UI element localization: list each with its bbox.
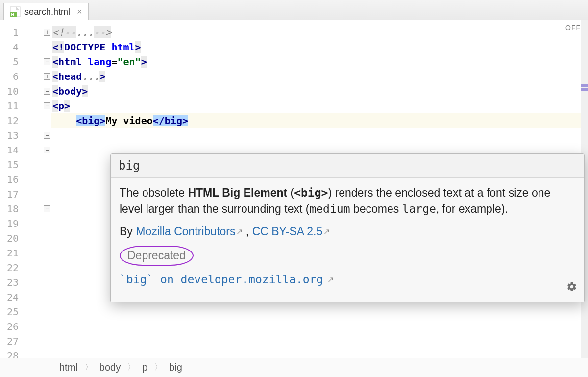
line-number: 21 xyxy=(0,246,24,260)
line-number: 26 xyxy=(0,319,24,334)
line-number: 17 xyxy=(0,187,24,201)
fold-toggle-icon[interactable]: − xyxy=(44,102,50,109)
external-link-icon: ↗ xyxy=(327,276,334,284)
line-number: 28 xyxy=(0,349,24,358)
fold-toggle-icon[interactable]: − xyxy=(44,58,50,65)
code-line: <!DOCTYPE html> xyxy=(51,40,588,54)
mdn-link[interactable]: `big` on developer.mozilla.org xyxy=(120,273,323,286)
scrollbar-marker[interactable] xyxy=(581,84,588,87)
fold-toggle-icon[interactable]: − xyxy=(44,147,50,153)
code-line: <body> xyxy=(51,84,588,99)
scrollbar-marker[interactable] xyxy=(581,88,588,91)
line-number: 4 xyxy=(0,40,24,54)
doc-description: The obsolete HTML Big Element (<big>) re… xyxy=(120,185,575,218)
line-number: 24 xyxy=(0,290,24,304)
code-line: <p> xyxy=(51,99,588,113)
code-line: <html lang="en"> xyxy=(51,54,588,69)
tab-bar: H search.html × xyxy=(0,0,588,20)
license-link[interactable]: CC BY-SA 2.5 xyxy=(252,225,323,238)
editor-window: H search.html × 1 4 5 6 10 11 12 13 14 1… xyxy=(0,0,588,377)
fold-toggle-icon[interactable]: + xyxy=(44,29,50,36)
chevron-right-icon: 〉 xyxy=(154,362,162,373)
deprecated-badge: Deprecated xyxy=(120,246,194,266)
line-number: 22 xyxy=(0,260,24,275)
code-content[interactable]: <!--...--> <!DOCTYPE html> <html lang="e… xyxy=(51,20,588,358)
html-file-icon: H xyxy=(10,6,21,17)
breadcrumb-item[interactable]: big xyxy=(169,362,182,373)
doc-byline: By Mozilla Contributors↗ , CC BY-SA 2.5↗ xyxy=(120,224,575,240)
line-number: 19 xyxy=(0,216,24,231)
line-number: 20 xyxy=(0,231,24,246)
fold-toggle-icon[interactable]: − xyxy=(44,88,50,95)
code-line-current: <big>My video</big> xyxy=(51,113,588,128)
chevron-right-icon: 〉 xyxy=(127,362,135,373)
line-number: 18 xyxy=(0,201,24,216)
breadcrumb-item[interactable]: body xyxy=(99,362,121,373)
line-number: 14 xyxy=(0,143,24,157)
line-number: 11 xyxy=(0,99,24,113)
mozilla-contributors-link[interactable]: Mozilla Contributors xyxy=(136,225,235,238)
line-number: 16 xyxy=(0,172,24,187)
documentation-popup: big The obsolete HTML Big Element (<big>… xyxy=(110,153,585,302)
breadcrumb: html 〉 body 〉 p 〉 big xyxy=(0,358,588,377)
line-number: 25 xyxy=(0,304,24,319)
editor-area[interactable]: 1 4 5 6 10 11 12 13 14 15 16 17 18 19 20… xyxy=(0,20,588,358)
tab-label: search.html xyxy=(24,7,70,17)
gear-icon[interactable] xyxy=(566,280,577,297)
line-number: 27 xyxy=(0,334,24,349)
line-number: 6 xyxy=(0,69,24,84)
breadcrumb-item[interactable]: p xyxy=(142,362,147,373)
fold-toggle-icon[interactable]: − xyxy=(44,205,50,212)
code-line: <head...> xyxy=(51,69,588,84)
line-number-gutter: 1 4 5 6 10 11 12 13 14 15 16 17 18 19 20… xyxy=(0,20,24,358)
chevron-right-icon: 〉 xyxy=(85,362,93,373)
code-line: <!--...--> xyxy=(51,25,588,40)
line-number: 15 xyxy=(0,157,24,172)
doc-popup-body: The obsolete HTML Big Element (<big>) re… xyxy=(111,178,584,302)
svg-text:H: H xyxy=(11,12,15,17)
fold-toggle-icon[interactable]: − xyxy=(44,132,50,139)
line-number: 1 xyxy=(0,25,24,40)
breadcrumb-item[interactable]: html xyxy=(59,362,78,373)
fold-toggle-icon[interactable]: + xyxy=(44,73,50,80)
line-number: 5 xyxy=(0,54,24,69)
line-number: 12 xyxy=(0,113,24,128)
doc-popup-title: big xyxy=(111,154,584,178)
external-link-icon: ↗ xyxy=(236,227,243,236)
file-tab[interactable]: H search.html × xyxy=(3,3,89,20)
inspections-off-badge[interactable]: OFF xyxy=(565,24,581,32)
external-link-icon: ↗ xyxy=(323,227,330,236)
line-number: 13 xyxy=(0,128,24,143)
line-number: 23 xyxy=(0,275,24,290)
fold-gutter: + − + − − − − − xyxy=(24,20,51,358)
close-icon[interactable]: × xyxy=(77,7,82,17)
line-number: 10 xyxy=(0,84,24,99)
